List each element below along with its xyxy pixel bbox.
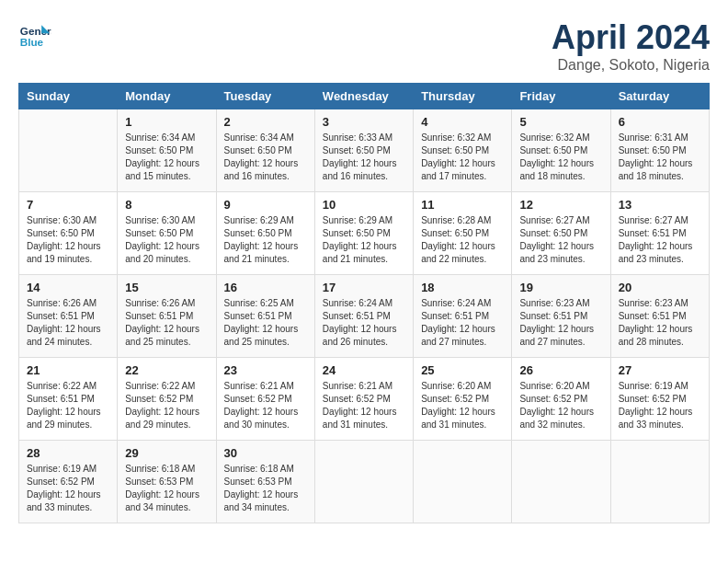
day-number: 19 bbox=[519, 281, 602, 294]
day-info: Sunrise: 6:24 AM Sunset: 6:51 PM Dayligh… bbox=[421, 297, 504, 349]
table-row: 7Sunrise: 6:30 AM Sunset: 6:50 PM Daylig… bbox=[19, 192, 118, 275]
day-number: 18 bbox=[421, 281, 504, 294]
table-row: 29Sunrise: 6:18 AM Sunset: 6:53 PM Dayli… bbox=[118, 441, 216, 523]
table-row: 28Sunrise: 6:19 AM Sunset: 6:52 PM Dayli… bbox=[19, 441, 118, 523]
table-row: 15Sunrise: 6:26 AM Sunset: 6:51 PM Dayli… bbox=[118, 275, 216, 358]
table-row: 3Sunrise: 6:33 AM Sunset: 6:50 PM Daylig… bbox=[314, 109, 413, 192]
day-info: Sunrise: 6:30 AM Sunset: 6:50 PM Dayligh… bbox=[125, 214, 208, 266]
table-row: 22Sunrise: 6:22 AM Sunset: 6:52 PM Dayli… bbox=[118, 358, 216, 441]
day-info: Sunrise: 6:25 AM Sunset: 6:51 PM Dayligh… bbox=[224, 297, 307, 349]
day-number: 24 bbox=[323, 363, 405, 377]
day-number: 7 bbox=[27, 198, 109, 212]
header-thursday: Thursday bbox=[414, 84, 512, 109]
day-info: Sunrise: 6:29 AM Sunset: 6:50 PM Dayligh… bbox=[224, 214, 307, 266]
day-number: 28 bbox=[27, 446, 109, 460]
day-info: Sunrise: 6:22 AM Sunset: 6:51 PM Dayligh… bbox=[27, 380, 109, 431]
calendar-week-row: 21Sunrise: 6:22 AM Sunset: 6:51 PM Dayli… bbox=[19, 358, 710, 441]
day-number: 9 bbox=[224, 198, 307, 212]
day-number: 17 bbox=[323, 281, 405, 294]
table-row bbox=[610, 441, 709, 523]
table-row: 9Sunrise: 6:29 AM Sunset: 6:50 PM Daylig… bbox=[216, 192, 314, 275]
title-area: April 2024 Dange, Sokoto, Nigeria bbox=[552, 18, 710, 74]
day-number: 29 bbox=[125, 446, 208, 460]
table-row: 20Sunrise: 6:23 AM Sunset: 6:51 PM Dayli… bbox=[610, 275, 709, 358]
table-row: 12Sunrise: 6:27 AM Sunset: 6:50 PM Dayli… bbox=[512, 192, 610, 275]
day-info: Sunrise: 6:32 AM Sunset: 6:50 PM Dayligh… bbox=[519, 132, 602, 183]
day-info: Sunrise: 6:26 AM Sunset: 6:51 PM Dayligh… bbox=[125, 297, 208, 349]
calendar-subtitle: Dange, Sokoto, Nigeria bbox=[552, 57, 710, 74]
day-number: 25 bbox=[421, 363, 504, 377]
table-row bbox=[19, 109, 118, 192]
table-row: 19Sunrise: 6:23 AM Sunset: 6:51 PM Dayli… bbox=[512, 275, 610, 358]
day-number: 15 bbox=[125, 281, 208, 294]
day-number: 1 bbox=[125, 115, 208, 129]
day-info: Sunrise: 6:27 AM Sunset: 6:50 PM Dayligh… bbox=[519, 214, 602, 266]
calendar-title: April 2024 bbox=[552, 18, 710, 57]
day-info: Sunrise: 6:31 AM Sunset: 6:50 PM Dayligh… bbox=[619, 132, 701, 183]
table-row: 26Sunrise: 6:20 AM Sunset: 6:52 PM Dayli… bbox=[512, 358, 610, 441]
table-row: 24Sunrise: 6:21 AM Sunset: 6:52 PM Dayli… bbox=[314, 358, 413, 441]
day-number: 6 bbox=[619, 115, 701, 129]
table-row: 23Sunrise: 6:21 AM Sunset: 6:52 PM Dayli… bbox=[216, 358, 314, 441]
day-info: Sunrise: 6:18 AM Sunset: 6:53 PM Dayligh… bbox=[125, 463, 208, 514]
weekday-header-row: Sunday Monday Tuesday Wednesday Thursday… bbox=[19, 84, 710, 109]
day-info: Sunrise: 6:20 AM Sunset: 6:52 PM Dayligh… bbox=[421, 380, 504, 431]
header-wednesday: Wednesday bbox=[314, 84, 413, 109]
logo-icon: General Blue bbox=[18, 18, 51, 52]
day-number: 21 bbox=[27, 363, 109, 377]
header-monday: Monday bbox=[118, 84, 216, 109]
table-row: 14Sunrise: 6:26 AM Sunset: 6:51 PM Dayli… bbox=[19, 275, 118, 358]
day-info: Sunrise: 6:23 AM Sunset: 6:51 PM Dayligh… bbox=[519, 297, 602, 349]
day-number: 8 bbox=[125, 198, 208, 212]
table-row bbox=[512, 441, 610, 523]
day-info: Sunrise: 6:21 AM Sunset: 6:52 PM Dayligh… bbox=[224, 380, 307, 431]
day-number: 10 bbox=[323, 198, 405, 212]
day-info: Sunrise: 6:33 AM Sunset: 6:50 PM Dayligh… bbox=[323, 132, 405, 183]
day-number: 12 bbox=[519, 198, 602, 212]
table-row: 11Sunrise: 6:28 AM Sunset: 6:50 PM Dayli… bbox=[414, 192, 512, 275]
day-number: 14 bbox=[27, 281, 109, 294]
day-number: 27 bbox=[619, 363, 701, 377]
day-number: 11 bbox=[421, 198, 504, 212]
calendar-table: Sunday Monday Tuesday Wednesday Thursday… bbox=[18, 83, 710, 523]
day-number: 13 bbox=[619, 198, 701, 212]
calendar-week-row: 28Sunrise: 6:19 AM Sunset: 6:52 PM Dayli… bbox=[19, 441, 710, 523]
day-number: 26 bbox=[519, 363, 602, 377]
header-friday: Friday bbox=[512, 84, 610, 109]
day-number: 30 bbox=[224, 446, 307, 460]
day-info: Sunrise: 6:20 AM Sunset: 6:52 PM Dayligh… bbox=[519, 380, 602, 431]
day-info: Sunrise: 6:19 AM Sunset: 6:52 PM Dayligh… bbox=[619, 380, 701, 431]
table-row: 18Sunrise: 6:24 AM Sunset: 6:51 PM Dayli… bbox=[414, 275, 512, 358]
header-saturday: Saturday bbox=[610, 84, 709, 109]
table-row: 6Sunrise: 6:31 AM Sunset: 6:50 PM Daylig… bbox=[610, 109, 709, 192]
day-info: Sunrise: 6:18 AM Sunset: 6:53 PM Dayligh… bbox=[224, 463, 307, 514]
day-number: 20 bbox=[619, 281, 701, 294]
day-info: Sunrise: 6:34 AM Sunset: 6:50 PM Dayligh… bbox=[125, 132, 208, 183]
day-info: Sunrise: 6:22 AM Sunset: 6:52 PM Dayligh… bbox=[125, 380, 208, 431]
table-row: 1Sunrise: 6:34 AM Sunset: 6:50 PM Daylig… bbox=[118, 109, 216, 192]
day-info: Sunrise: 6:32 AM Sunset: 6:50 PM Dayligh… bbox=[421, 132, 504, 183]
table-row: 4Sunrise: 6:32 AM Sunset: 6:50 PM Daylig… bbox=[414, 109, 512, 192]
day-number: 5 bbox=[519, 115, 602, 129]
day-number: 23 bbox=[224, 363, 307, 377]
day-info: Sunrise: 6:28 AM Sunset: 6:50 PM Dayligh… bbox=[421, 214, 504, 266]
table-row: 8Sunrise: 6:30 AM Sunset: 6:50 PM Daylig… bbox=[118, 192, 216, 275]
header-tuesday: Tuesday bbox=[216, 84, 314, 109]
day-number: 16 bbox=[224, 281, 307, 294]
day-number: 2 bbox=[224, 115, 307, 129]
table-row: 5Sunrise: 6:32 AM Sunset: 6:50 PM Daylig… bbox=[512, 109, 610, 192]
header-sunday: Sunday bbox=[19, 84, 118, 109]
day-number: 3 bbox=[323, 115, 405, 129]
calendar-week-row: 7Sunrise: 6:30 AM Sunset: 6:50 PM Daylig… bbox=[19, 192, 710, 275]
day-info: Sunrise: 6:23 AM Sunset: 6:51 PM Dayligh… bbox=[619, 297, 701, 349]
day-number: 4 bbox=[421, 115, 504, 129]
table-row bbox=[414, 441, 512, 523]
day-info: Sunrise: 6:24 AM Sunset: 6:51 PM Dayligh… bbox=[323, 297, 405, 349]
logo: General Blue bbox=[18, 18, 51, 52]
page-header: General Blue April 2024 Dange, Sokoto, N… bbox=[18, 18, 710, 74]
table-row: 16Sunrise: 6:25 AM Sunset: 6:51 PM Dayli… bbox=[216, 275, 314, 358]
calendar-week-row: 1Sunrise: 6:34 AM Sunset: 6:50 PM Daylig… bbox=[19, 109, 710, 192]
day-number: 22 bbox=[125, 363, 208, 377]
day-info: Sunrise: 6:34 AM Sunset: 6:50 PM Dayligh… bbox=[224, 132, 307, 183]
table-row: 21Sunrise: 6:22 AM Sunset: 6:51 PM Dayli… bbox=[19, 358, 118, 441]
